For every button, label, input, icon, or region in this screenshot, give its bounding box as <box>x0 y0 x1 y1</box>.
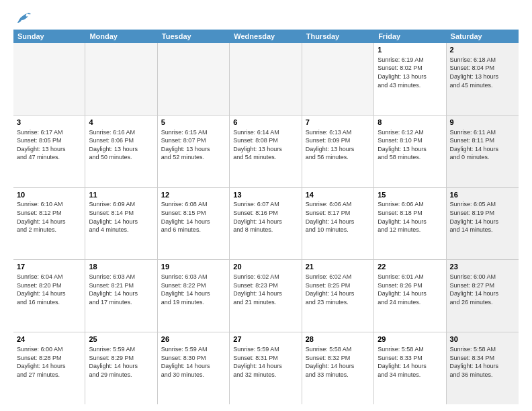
day-info: Sunrise: 6:05 AM Sunset: 8:19 PM Dayligh… <box>450 201 499 233</box>
calendar-cell: 27Sunrise: 5:59 AM Sunset: 8:31 PM Dayli… <box>230 332 302 404</box>
calendar-cell: 1Sunrise: 6:19 AM Sunset: 8:02 PM Daylig… <box>374 43 446 115</box>
day-number: 12 <box>161 190 226 200</box>
calendar-cell: 17Sunrise: 6:04 AM Sunset: 8:20 PM Dayli… <box>13 260 85 332</box>
day-number: 5 <box>161 118 226 128</box>
day-number: 11 <box>89 190 153 200</box>
weekday-header-tuesday: Tuesday <box>158 30 230 43</box>
calendar-cell: 30Sunrise: 5:58 AM Sunset: 8:34 PM Dayli… <box>447 332 519 404</box>
day-number: 26 <box>161 334 226 345</box>
day-number: 9 <box>450 118 515 128</box>
day-number: 27 <box>233 334 298 345</box>
day-info: Sunrise: 6:10 AM Sunset: 8:12 PM Dayligh… <box>17 201 66 233</box>
header <box>13 11 519 23</box>
calendar-cell: 24Sunrise: 6:00 AM Sunset: 8:28 PM Dayli… <box>13 332 85 404</box>
calendar-row: 24Sunrise: 6:00 AM Sunset: 8:28 PM Dayli… <box>13 332 519 404</box>
weekday-header-thursday: Thursday <box>302 30 374 43</box>
day-number: 29 <box>378 334 442 345</box>
day-number: 21 <box>306 262 370 272</box>
day-info: Sunrise: 5:58 AM Sunset: 8:34 PM Dayligh… <box>450 346 499 378</box>
calendar-cell: 20Sunrise: 6:02 AM Sunset: 8:23 PM Dayli… <box>230 260 302 332</box>
day-number: 19 <box>161 262 226 272</box>
day-number: 17 <box>17 262 81 272</box>
day-info: Sunrise: 6:03 AM Sunset: 8:22 PM Dayligh… <box>161 273 210 306</box>
calendar-cell: 26Sunrise: 5:59 AM Sunset: 8:30 PM Dayli… <box>158 332 230 404</box>
day-info: Sunrise: 6:00 AM Sunset: 8:28 PM Dayligh… <box>17 346 66 378</box>
calendar-cell: 12Sunrise: 6:08 AM Sunset: 8:15 PM Dayli… <box>158 188 230 260</box>
calendar-row: 17Sunrise: 6:04 AM Sunset: 8:20 PM Dayli… <box>13 260 519 332</box>
day-number: 24 <box>17 334 81 345</box>
calendar-cell: 5Sunrise: 6:15 AM Sunset: 8:07 PM Daylig… <box>158 116 230 187</box>
day-info: Sunrise: 6:08 AM Sunset: 8:15 PM Dayligh… <box>161 201 210 233</box>
calendar-header: SundayMondayTuesdayWednesdayThursdayFrid… <box>13 30 519 43</box>
calendar-cell: 29Sunrise: 5:58 AM Sunset: 8:33 PM Dayli… <box>374 332 446 404</box>
calendar-cell: 25Sunrise: 5:59 AM Sunset: 8:29 PM Dayli… <box>85 332 157 404</box>
day-number: 1 <box>378 45 442 55</box>
day-info: Sunrise: 5:58 AM Sunset: 8:32 PM Dayligh… <box>306 346 355 378</box>
day-info: Sunrise: 6:11 AM Sunset: 8:11 PM Dayligh… <box>450 129 499 161</box>
day-info: Sunrise: 6:03 AM Sunset: 8:21 PM Dayligh… <box>89 273 138 306</box>
calendar-cell: 13Sunrise: 6:07 AM Sunset: 8:16 PM Dayli… <box>230 188 302 260</box>
day-info: Sunrise: 6:07 AM Sunset: 8:16 PM Dayligh… <box>233 201 282 233</box>
calendar-cell: 9Sunrise: 6:11 AM Sunset: 8:11 PM Daylig… <box>447 116 519 187</box>
calendar-cell <box>85 43 157 115</box>
day-info: Sunrise: 5:59 AM Sunset: 8:30 PM Dayligh… <box>161 346 210 378</box>
day-number: 28 <box>306 334 370 345</box>
calendar-cell: 21Sunrise: 6:02 AM Sunset: 8:25 PM Dayli… <box>302 260 374 332</box>
calendar-cell: 14Sunrise: 6:06 AM Sunset: 8:17 PM Dayli… <box>302 188 374 260</box>
day-info: Sunrise: 6:18 AM Sunset: 8:04 PM Dayligh… <box>450 56 499 89</box>
day-info: Sunrise: 6:00 AM Sunset: 8:27 PM Dayligh… <box>450 273 499 306</box>
day-info: Sunrise: 6:12 AM Sunset: 8:10 PM Dayligh… <box>378 129 427 161</box>
calendar-cell: 28Sunrise: 5:58 AM Sunset: 8:32 PM Dayli… <box>302 332 374 404</box>
day-info: Sunrise: 6:06 AM Sunset: 8:17 PM Dayligh… <box>306 201 355 233</box>
day-number: 22 <box>378 262 442 272</box>
day-info: Sunrise: 6:14 AM Sunset: 8:08 PM Dayligh… <box>233 129 282 161</box>
calendar-cell: 10Sunrise: 6:10 AM Sunset: 8:12 PM Dayli… <box>13 188 85 260</box>
calendar-row: 1Sunrise: 6:19 AM Sunset: 8:02 PM Daylig… <box>13 43 519 116</box>
day-number: 18 <box>89 262 153 272</box>
day-info: Sunrise: 6:15 AM Sunset: 8:07 PM Dayligh… <box>161 129 210 161</box>
calendar-cell <box>158 43 230 115</box>
day-info: Sunrise: 6:04 AM Sunset: 8:20 PM Dayligh… <box>17 273 66 306</box>
day-info: Sunrise: 5:58 AM Sunset: 8:33 PM Dayligh… <box>378 346 427 378</box>
calendar-body: 1Sunrise: 6:19 AM Sunset: 8:02 PM Daylig… <box>13 43 519 404</box>
calendar: SundayMondayTuesdayWednesdayThursdayFrid… <box>13 30 519 404</box>
day-number: 7 <box>306 118 370 128</box>
page: SundayMondayTuesdayWednesdayThursdayFrid… <box>0 0 532 411</box>
calendar-cell: 18Sunrise: 6:03 AM Sunset: 8:21 PM Dayli… <box>85 260 157 332</box>
calendar-cell: 2Sunrise: 6:18 AM Sunset: 8:04 PM Daylig… <box>447 43 519 115</box>
day-info: Sunrise: 6:13 AM Sunset: 8:09 PM Dayligh… <box>306 129 355 161</box>
logo-line <box>13 11 32 26</box>
calendar-cell: 11Sunrise: 6:09 AM Sunset: 8:14 PM Dayli… <box>85 188 157 260</box>
day-number: 13 <box>233 190 298 200</box>
day-number: 14 <box>306 190 370 200</box>
weekday-header-monday: Monday <box>85 30 157 43</box>
day-number: 23 <box>450 262 515 272</box>
calendar-cell: 3Sunrise: 6:17 AM Sunset: 8:05 PM Daylig… <box>13 116 85 187</box>
day-number: 4 <box>89 118 153 128</box>
weekday-header-sunday: Sunday <box>13 30 85 43</box>
day-number: 3 <box>17 118 81 128</box>
day-number: 10 <box>17 190 81 200</box>
day-info: Sunrise: 5:59 AM Sunset: 8:29 PM Dayligh… <box>89 346 138 378</box>
day-number: 30 <box>450 334 515 345</box>
day-number: 20 <box>233 262 298 272</box>
calendar-row: 10Sunrise: 6:10 AM Sunset: 8:12 PM Dayli… <box>13 188 519 261</box>
calendar-cell: 4Sunrise: 6:16 AM Sunset: 8:06 PM Daylig… <box>85 116 157 187</box>
day-info: Sunrise: 6:01 AM Sunset: 8:26 PM Dayligh… <box>378 273 427 306</box>
logo <box>13 11 32 23</box>
day-info: Sunrise: 6:02 AM Sunset: 8:23 PM Dayligh… <box>233 273 282 306</box>
calendar-cell: 15Sunrise: 6:06 AM Sunset: 8:18 PM Dayli… <box>374 188 446 260</box>
calendar-cell <box>302 43 374 115</box>
day-number: 6 <box>233 118 298 128</box>
calendar-cell: 6Sunrise: 6:14 AM Sunset: 8:08 PM Daylig… <box>230 116 302 187</box>
day-info: Sunrise: 6:16 AM Sunset: 8:06 PM Dayligh… <box>89 129 138 161</box>
day-number: 8 <box>378 118 442 128</box>
weekday-header-wednesday: Wednesday <box>230 30 302 43</box>
day-number: 25 <box>89 334 153 345</box>
day-info: Sunrise: 6:17 AM Sunset: 8:05 PM Dayligh… <box>17 129 66 161</box>
calendar-cell: 19Sunrise: 6:03 AM Sunset: 8:22 PM Dayli… <box>158 260 230 332</box>
day-info: Sunrise: 6:09 AM Sunset: 8:14 PM Dayligh… <box>89 201 138 233</box>
calendar-cell: 16Sunrise: 6:05 AM Sunset: 8:19 PM Dayli… <box>447 188 519 260</box>
calendar-cell <box>13 43 85 115</box>
logo-bird-icon <box>15 11 32 26</box>
